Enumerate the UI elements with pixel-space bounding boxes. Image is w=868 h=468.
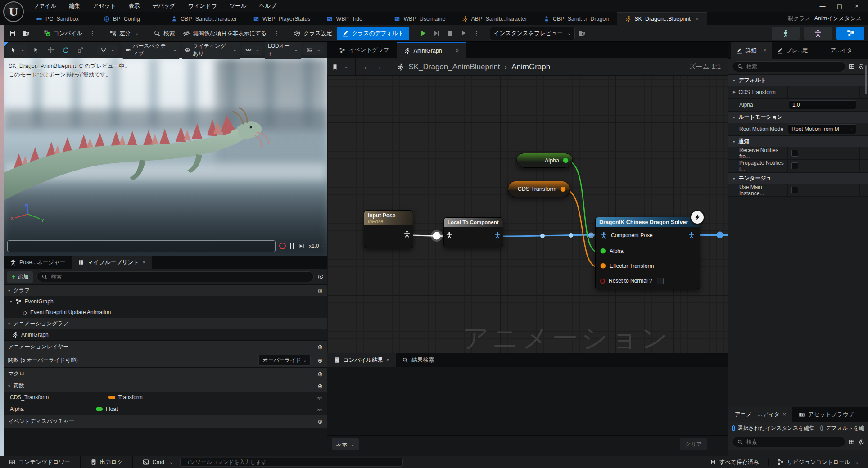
my-blueprint-search[interactable]: [36, 271, 314, 282]
details-search[interactable]: [732, 61, 845, 72]
variable-row-alpha[interactable]: Alpha Float: [4, 403, 327, 415]
cmd-dropdown[interactable]: Cmd⌄: [138, 459, 177, 465]
alpha-input-pin[interactable]: [600, 248, 606, 254]
float-output-pin[interactable]: [563, 158, 569, 163]
item-event-update-animation[interactable]: ◇Event Blueprint Update Animation: [4, 307, 327, 318]
browse-instance-button[interactable]: [576, 27, 588, 39]
perspective-dropdown[interactable]: パースペクティブ⌄: [122, 42, 180, 59]
display-filter-grid-icon[interactable]: [849, 439, 855, 445]
class-defaults-button[interactable]: クラスのデフォルト: [337, 27, 409, 40]
hide-unrelated-options-icon[interactable]: ⋮: [271, 30, 282, 37]
add-variable-icon[interactable]: ⊕: [317, 382, 323, 390]
play-button[interactable]: [417, 27, 429, 39]
select-tool-button[interactable]: [30, 45, 42, 55]
close-icon[interactable]: ×: [696, 16, 699, 22]
item-anim-graph[interactable]: AnimGraph: [4, 329, 327, 340]
tab-compile-results[interactable]: コンパイル結果×: [327, 353, 396, 367]
add-macro-icon[interactable]: ⊕: [317, 370, 323, 378]
section-variables[interactable]: ▾変数⊕: [4, 380, 327, 392]
asset-tab-bp-config[interactable]: BP_Config: [95, 12, 163, 25]
tab-asset-browser[interactable]: アセットブラウザ: [792, 407, 860, 422]
nav-forward-button[interactable]: →: [375, 63, 382, 71]
class-settings-button[interactable]: クラス設定: [290, 27, 335, 40]
transform-output-pin[interactable]: [560, 186, 566, 192]
breadcrumb-root[interactable]: SK_Dragon_AnimBlueprint: [408, 63, 500, 72]
advance-button[interactable]: [457, 27, 470, 39]
menu-asset[interactable]: アセット: [87, 0, 121, 12]
use-main-instance-checkbox[interactable]: [791, 187, 798, 194]
window-minimize-icon[interactable]: —: [816, 3, 829, 9]
asset-tab-wbp-title[interactable]: WBP_Title: [318, 12, 386, 25]
preview-viewport[interactable]: ⌄ ⌄ パースペクティブ⌄ ライティングあり⌄ ⌄ LODオート⌄ ⌄ SK_D…: [4, 42, 327, 256]
compile-results-log[interactable]: [327, 367, 728, 436]
variable-row-cds-transform[interactable]: CDS_Transform Transform: [4, 392, 327, 403]
close-icon[interactable]: ×: [763, 47, 766, 54]
close-icon[interactable]: ×: [386, 357, 389, 363]
asset-tab-wbp-username[interactable]: WBP_Username: [386, 12, 453, 25]
breadcrumb-current[interactable]: AnimGraph: [511, 63, 550, 72]
details-scrollbar[interactable]: [865, 65, 867, 94]
play-options-icon[interactable]: ⋮: [471, 30, 482, 37]
asset-tab-cbp-sandbox-character[interactable]: CBP_Sandb...haracter: [163, 12, 245, 25]
alpha-value-input[interactable]: [789, 100, 856, 109]
tab-preview-settings[interactable]: プレ...定: [772, 42, 814, 59]
content-drawer-button[interactable]: コンテンツドロワー: [5, 459, 75, 466]
tab-asset-editor[interactable]: ア...イタ: [825, 42, 858, 59]
node-dragonik-solver[interactable]: DragonIK Chinese Dragon Solver Component…: [595, 217, 700, 289]
tab-anim-graph[interactable]: AnimGraph×: [397, 42, 466, 58]
save-button[interactable]: [6, 27, 19, 39]
tab-details[interactable]: 詳細×: [731, 42, 772, 59]
settings-gear-icon[interactable]: [317, 274, 324, 280]
item-event-graph[interactable]: ▾EventGraph: [4, 296, 327, 307]
scale-tool-button[interactable]: [74, 45, 87, 55]
viewport-menu-button[interactable]: ⌄: [7, 45, 27, 55]
open-anim-blueprint-button[interactable]: [836, 27, 864, 40]
menu-window[interactable]: ウィンドウ: [183, 0, 222, 12]
add-button[interactable]: +追加: [7, 271, 33, 283]
node-input-pose[interactable]: Input Pose InPose: [364, 210, 413, 248]
clear-button[interactable]: クリア: [680, 438, 707, 450]
save-all-status-button[interactable]: すべて保存済み: [705, 459, 764, 466]
pose-output-pin[interactable]: [688, 232, 695, 239]
add-graph-icon[interactable]: ⊕: [317, 287, 323, 294]
window-close-icon[interactable]: ×: [850, 3, 863, 9]
coordinate-space-button[interactable]: ⌄: [97, 45, 118, 55]
diff-button[interactable]: 差分⌄: [106, 27, 142, 40]
section-montage[interactable]: ▾モンタージュ: [728, 172, 868, 184]
close-icon[interactable]: ×: [456, 48, 459, 54]
menu-debug[interactable]: デバッグ: [147, 0, 181, 12]
open-skeleton-button[interactable]: [772, 27, 800, 40]
playback-speed-dropdown[interactable]: x1.0⌄: [309, 243, 325, 249]
close-icon[interactable]: ×: [142, 259, 145, 266]
visibility-closed-eye-icon[interactable]: [316, 406, 323, 412]
step-forward-button[interactable]: [298, 243, 305, 249]
tab-pose-watch-manager[interactable]: Pose...ネージャー: [4, 256, 72, 269]
preview-instance-dropdown[interactable]: インスタンスをプレビュー⌄: [490, 27, 575, 40]
add-layer-icon[interactable]: ⊕: [317, 343, 323, 351]
pose-output-pin[interactable]: [403, 230, 411, 238]
search-input[interactable]: [746, 63, 841, 70]
hide-unrelated-button[interactable]: 無関係な項目を非表示にする: [179, 27, 270, 40]
menu-tools[interactable]: ツール: [224, 0, 252, 12]
revision-control-button[interactable]: リビジョンコントロール⌄: [773, 459, 863, 466]
close-icon[interactable]: ×: [783, 411, 786, 418]
section-macros[interactable]: マクロ⊕: [4, 367, 327, 380]
menu-view[interactable]: 表示: [123, 0, 145, 12]
asset-tab-sk-dragon-blueprint[interactable]: SK_Dragon...Blueprint×: [617, 12, 707, 25]
bool-input-pin[interactable]: [600, 279, 605, 284]
anim-preview-search[interactable]: [732, 436, 845, 447]
settings-gear-icon[interactable]: [858, 63, 864, 70]
search-input[interactable]: [51, 274, 309, 280]
console-command-input[interactable]: [180, 458, 403, 467]
pose-input-pin[interactable]: [446, 232, 453, 239]
add-dispatcher-icon[interactable]: ⊕: [317, 418, 323, 425]
asset-tab-abp-sandbox-character[interactable]: ABP_Sandb...haracter: [453, 12, 535, 25]
visibility-closed-eye-icon[interactable]: [316, 394, 323, 400]
search-input[interactable]: [746, 439, 841, 445]
section-graphs[interactable]: ▾グラフ⊕: [4, 284, 327, 296]
show-flags-dropdown[interactable]: ⌄: [242, 45, 262, 55]
output-log-button[interactable]: 出力ログ: [86, 459, 127, 466]
compile-options-icon[interactable]: ⋮: [87, 30, 98, 37]
menu-edit[interactable]: 編集: [63, 0, 86, 12]
effector-transform-input-pin[interactable]: [600, 263, 606, 269]
